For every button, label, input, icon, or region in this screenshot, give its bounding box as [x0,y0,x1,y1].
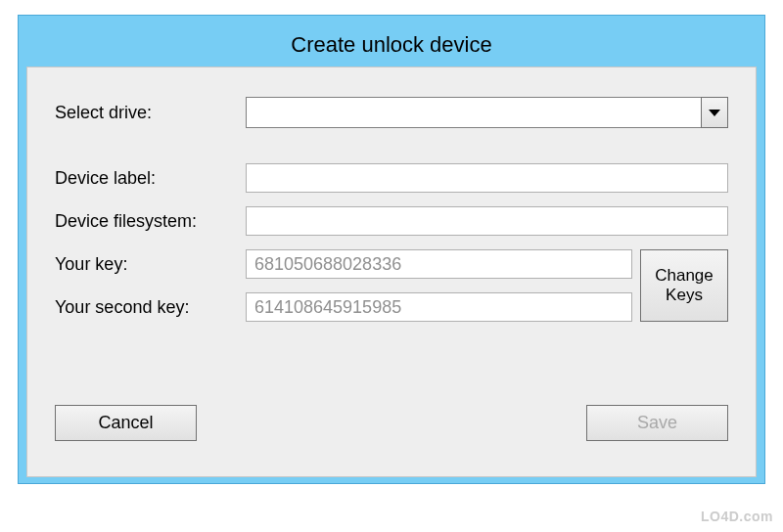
watermark: LO4D.com [701,509,773,524]
your-key-label: Your key: [55,254,246,275]
chevron-down-icon [709,110,720,116]
spacer [55,142,728,163]
your-key-input[interactable] [246,249,632,279]
your-second-key-input[interactable] [246,292,632,322]
device-filesystem-input[interactable] [246,206,728,236]
save-button: Save [586,405,728,441]
client-area: Select drive: Device label: Device files… [26,66,757,477]
window: Create unlock device Select drive: Devic… [18,15,765,484]
device-label-input[interactable] [246,163,728,193]
row-device-filesystem: Device filesystem: [55,206,728,236]
select-drive-field[interactable] [246,97,728,128]
device-label-label: Device label: [55,168,246,189]
row-select-drive: Select drive: [55,97,728,128]
window-title: Create unlock device [291,32,491,58]
select-drive-input[interactable] [246,97,701,128]
row-your-second-key: Your second key: [55,292,632,322]
row-device-label: Device label: [55,163,728,193]
select-drive-dropdown-button[interactable] [701,97,728,128]
cancel-button[interactable]: Cancel [55,405,197,441]
select-drive-label: Select drive: [55,103,246,123]
your-second-key-label: Your second key: [55,297,246,318]
change-keys-button[interactable]: Change Keys [640,249,728,322]
titlebar: Create unlock device [26,23,757,66]
button-row: Cancel Save [55,405,728,441]
device-filesystem-label: Device filesystem: [55,211,246,232]
keys-left: Your key: Your second key: [55,249,632,322]
form: Select drive: Device label: Device files… [55,97,728,453]
row-your-key: Your key: [55,249,632,279]
keys-block: Your key: Your second key: Change Keys [55,249,728,322]
